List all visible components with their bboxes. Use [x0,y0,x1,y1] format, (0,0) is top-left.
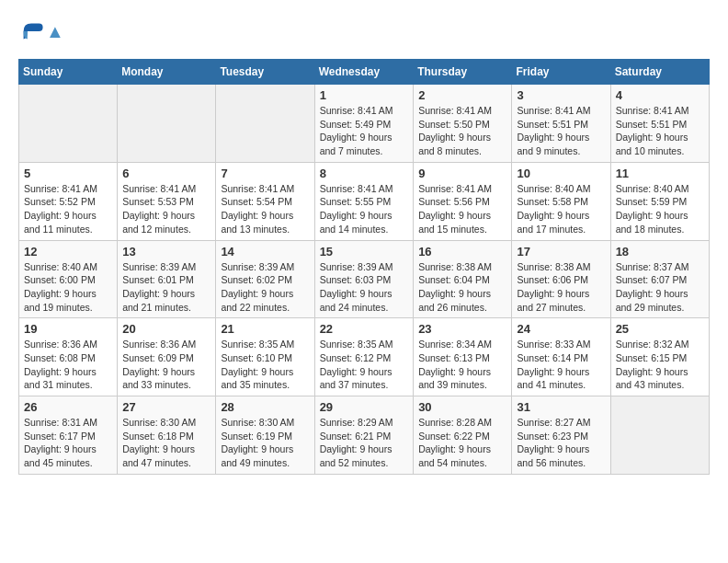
weekday-header-wednesday: Wednesday [314,60,414,85]
calendar-cell: 9Sunrise: 8:41 AM Sunset: 5:56 PM Daylig… [414,162,512,240]
day-number: 15 [320,245,409,259]
logo-text: ▲ [46,21,64,42]
day-number: 7 [221,167,309,180]
calendar-cell: 6Sunrise: 8:41 AM Sunset: 5:53 PM Daylig… [118,162,216,240]
calendar-week-row: 12Sunrise: 8:40 AM Sunset: 6:00 PM Dayli… [19,240,710,318]
calendar-cell: 7Sunrise: 8:41 AM Sunset: 5:54 PM Daylig… [216,162,314,240]
day-number: 12 [24,245,112,259]
calendar-week-row: 5Sunrise: 8:41 AM Sunset: 5:52 PM Daylig… [19,162,710,240]
day-number: 1 [320,88,409,102]
day-info: Sunrise: 8:41 AM Sunset: 5:52 PM Dayligh… [24,182,112,236]
day-number: 27 [122,400,210,414]
day-info: Sunrise: 8:37 AM Sunset: 6:07 PM Dayligh… [616,260,704,315]
calendar-cell: 30Sunrise: 8:28 AM Sunset: 6:22 PM Dayli… [414,396,512,475]
calendar-cell: 25Sunrise: 8:32 AM Sunset: 6:15 PM Dayli… [610,318,709,396]
calendar-cell: 12Sunrise: 8:40 AM Sunset: 6:00 PM Dayli… [19,240,118,318]
day-info: Sunrise: 8:41 AM Sunset: 5:56 PM Dayligh… [418,182,506,236]
calendar-cell: 29Sunrise: 8:29 AM Sunset: 6:21 PM Dayli… [314,396,414,475]
day-info: Sunrise: 8:41 AM Sunset: 5:50 PM Dayligh… [418,104,506,158]
day-info: Sunrise: 8:39 AM Sunset: 6:01 PM Dayligh… [122,260,210,315]
calendar-cell: 5Sunrise: 8:41 AM Sunset: 5:52 PM Daylig… [19,162,118,240]
day-info: Sunrise: 8:36 AM Sunset: 6:09 PM Dayligh… [122,338,210,392]
day-number: 16 [418,245,506,259]
day-number: 11 [616,167,704,180]
day-info: Sunrise: 8:41 AM Sunset: 5:53 PM Dayligh… [122,182,210,236]
calendar-week-row: 19Sunrise: 8:36 AM Sunset: 6:08 PM Dayli… [19,318,710,396]
day-info: Sunrise: 8:28 AM Sunset: 6:22 PM Dayligh… [418,416,506,470]
calendar-cell: 13Sunrise: 8:39 AM Sunset: 6:01 PM Dayli… [118,240,216,318]
calendar-cell: 18Sunrise: 8:37 AM Sunset: 6:07 PM Dayli… [610,240,709,318]
calendar-cell: 3Sunrise: 8:41 AM Sunset: 5:51 PM Daylig… [512,85,610,163]
day-number: 21 [221,322,309,336]
day-info: Sunrise: 8:41 AM Sunset: 5:51 PM Dayligh… [616,104,704,158]
calendar-cell: 21Sunrise: 8:35 AM Sunset: 6:10 PM Dayli… [216,318,314,396]
weekday-header-friday: Friday [512,60,610,85]
day-number: 30 [418,400,506,414]
calendar-cell: 2Sunrise: 8:41 AM Sunset: 5:50 PM Daylig… [414,85,512,163]
day-number: 25 [616,322,704,336]
day-number: 13 [122,245,210,259]
day-number: 26 [24,400,112,414]
calendar-week-row: 26Sunrise: 8:31 AM Sunset: 6:17 PM Dayli… [19,396,710,475]
weekday-header-saturday: Saturday [610,60,709,85]
calendar-cell: 14Sunrise: 8:39 AM Sunset: 6:02 PM Dayli… [216,240,314,318]
day-number: 14 [221,245,309,259]
day-number: 8 [320,167,409,180]
day-info: Sunrise: 8:40 AM Sunset: 5:59 PM Dayligh… [616,182,704,236]
weekday-header-thursday: Thursday [414,60,512,85]
day-info: Sunrise: 8:38 AM Sunset: 6:04 PM Dayligh… [418,260,506,315]
calendar-cell: 8Sunrise: 8:41 AM Sunset: 5:55 PM Daylig… [314,162,414,240]
calendar-cell: 19Sunrise: 8:36 AM Sunset: 6:08 PM Dayli… [19,318,118,396]
calendar-cell [19,85,118,163]
day-info: Sunrise: 8:30 AM Sunset: 6:18 PM Dayligh… [122,416,210,470]
calendar-cell: 23Sunrise: 8:34 AM Sunset: 6:13 PM Dayli… [414,318,512,396]
day-info: Sunrise: 8:41 AM Sunset: 5:51 PM Dayligh… [517,104,605,158]
day-info: Sunrise: 8:29 AM Sunset: 6:21 PM Dayligh… [320,416,409,470]
calendar-cell: 28Sunrise: 8:30 AM Sunset: 6:19 PM Dayli… [216,396,314,475]
day-info: Sunrise: 8:35 AM Sunset: 6:10 PM Dayligh… [221,338,309,392]
day-number: 29 [320,400,409,414]
day-number: 2 [418,88,506,102]
calendar-week-row: 1Sunrise: 8:41 AM Sunset: 5:49 PM Daylig… [19,85,710,163]
weekday-header-tuesday: Tuesday [216,60,314,85]
calendar-cell: 15Sunrise: 8:39 AM Sunset: 6:03 PM Dayli… [314,240,414,318]
page-header: ▲ [18,18,710,44]
calendar-cell: 11Sunrise: 8:40 AM Sunset: 5:59 PM Dayli… [610,162,709,240]
weekday-header-row: SundayMondayTuesdayWednesdayThursdayFrid… [19,60,710,85]
day-info: Sunrise: 8:38 AM Sunset: 6:06 PM Dayligh… [517,260,605,315]
day-number: 24 [517,322,605,336]
day-info: Sunrise: 8:41 AM Sunset: 5:55 PM Dayligh… [320,182,409,236]
day-number: 3 [517,88,605,102]
calendar-cell: 17Sunrise: 8:38 AM Sunset: 6:06 PM Dayli… [512,240,610,318]
weekday-header-sunday: Sunday [19,60,118,85]
day-number: 10 [517,167,605,180]
calendar-cell: 27Sunrise: 8:30 AM Sunset: 6:18 PM Dayli… [118,396,216,475]
day-number: 18 [616,245,704,259]
day-info: Sunrise: 8:41 AM Sunset: 5:54 PM Dayligh… [221,182,309,236]
calendar-cell [216,85,314,163]
day-info: Sunrise: 8:31 AM Sunset: 6:17 PM Dayligh… [24,416,112,470]
day-number: 5 [24,167,112,180]
day-info: Sunrise: 8:40 AM Sunset: 5:58 PM Dayligh… [517,182,605,236]
weekday-header-monday: Monday [118,60,216,85]
calendar-cell: 26Sunrise: 8:31 AM Sunset: 6:17 PM Dayli… [19,396,118,475]
day-number: 20 [122,322,210,336]
day-info: Sunrise: 8:32 AM Sunset: 6:15 PM Dayligh… [616,338,704,392]
calendar-cell: 22Sunrise: 8:35 AM Sunset: 6:12 PM Dayli… [314,318,414,396]
day-info: Sunrise: 8:34 AM Sunset: 6:13 PM Dayligh… [418,338,506,392]
day-info: Sunrise: 8:33 AM Sunset: 6:14 PM Dayligh… [517,338,605,392]
logo-icon [18,18,44,44]
day-info: Sunrise: 8:35 AM Sunset: 6:12 PM Dayligh… [320,338,409,392]
calendar-body: 1Sunrise: 8:41 AM Sunset: 5:49 PM Daylig… [19,85,710,475]
day-number: 4 [616,88,704,102]
day-number: 17 [517,245,605,259]
day-number: 23 [418,322,506,336]
day-info: Sunrise: 8:40 AM Sunset: 6:00 PM Dayligh… [24,260,112,315]
calendar-cell: 16Sunrise: 8:38 AM Sunset: 6:04 PM Dayli… [414,240,512,318]
day-number: 9 [418,167,506,180]
calendar-cell: 31Sunrise: 8:27 AM Sunset: 6:23 PM Dayli… [512,396,610,475]
calendar-cell: 10Sunrise: 8:40 AM Sunset: 5:58 PM Dayli… [512,162,610,240]
calendar-cell [610,396,709,475]
day-number: 22 [320,322,409,336]
day-number: 31 [517,400,605,414]
